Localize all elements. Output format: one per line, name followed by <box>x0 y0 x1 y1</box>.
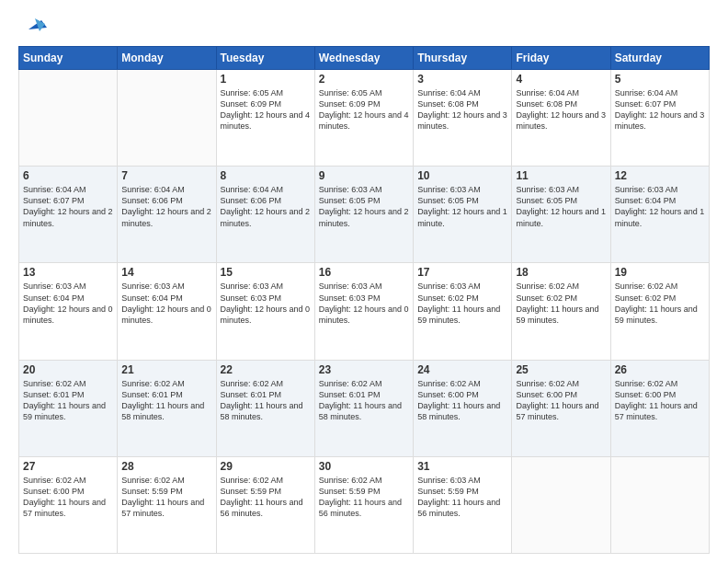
day-number: 12 <box>615 169 705 182</box>
day-number: 14 <box>121 266 211 279</box>
cell-info: Sunrise: 6:05 AM Sunset: 6:09 PM Dayligh… <box>319 87 409 132</box>
cell-info: Sunrise: 6:02 AM Sunset: 6:00 PM Dayligh… <box>615 378 705 423</box>
cell-info: Sunrise: 6:02 AM Sunset: 5:59 PM Dayligh… <box>121 475 211 520</box>
day-number: 15 <box>221 266 311 279</box>
day-number: 1 <box>221 73 311 86</box>
calendar-cell: 2Sunrise: 6:05 AM Sunset: 6:09 PM Daylig… <box>314 70 413 167</box>
calendar-cell: 9Sunrise: 6:03 AM Sunset: 6:05 PM Daylig… <box>314 167 413 263</box>
calendar-day-header: Wednesday <box>314 47 413 70</box>
cell-info: Sunrise: 6:03 AM Sunset: 6:05 PM Dayligh… <box>417 184 507 229</box>
day-number: 4 <box>516 73 606 86</box>
calendar-day-header: Friday <box>512 47 610 70</box>
cell-info: Sunrise: 6:02 AM Sunset: 6:00 PM Dayligh… <box>417 378 507 423</box>
calendar-page: SundayMondayTuesdayWednesdayThursdayFrid… <box>0 0 728 563</box>
calendar-cell <box>610 456 709 553</box>
calendar-cell: 17Sunrise: 6:03 AM Sunset: 6:02 PM Dayli… <box>414 263 512 360</box>
cell-info: Sunrise: 6:02 AM Sunset: 6:01 PM Dayligh… <box>319 378 409 423</box>
calendar-cell: 30Sunrise: 6:02 AM Sunset: 5:59 PM Dayli… <box>314 456 413 553</box>
cell-info: Sunrise: 6:03 AM Sunset: 6:05 PM Dayligh… <box>319 184 409 229</box>
calendar-cell: 31Sunrise: 6:03 AM Sunset: 5:59 PM Dayli… <box>414 456 512 553</box>
cell-info: Sunrise: 6:02 AM Sunset: 6:01 PM Dayligh… <box>23 378 113 423</box>
day-number: 29 <box>221 460 311 473</box>
day-number: 31 <box>417 460 507 473</box>
calendar-cell: 12Sunrise: 6:03 AM Sunset: 6:04 PM Dayli… <box>610 167 709 263</box>
day-number: 8 <box>221 169 311 182</box>
calendar-day-header: Sunday <box>19 47 118 70</box>
cell-info: Sunrise: 6:02 AM Sunset: 6:00 PM Dayligh… <box>516 378 606 423</box>
calendar-week-row: 6Sunrise: 6:04 AM Sunset: 6:07 PM Daylig… <box>19 167 710 263</box>
cell-info: Sunrise: 6:03 AM Sunset: 6:03 PM Dayligh… <box>221 281 311 326</box>
cell-info: Sunrise: 6:02 AM Sunset: 5:59 PM Dayligh… <box>319 475 409 520</box>
calendar-cell: 10Sunrise: 6:03 AM Sunset: 6:05 PM Dayli… <box>414 167 512 263</box>
calendar-cell: 26Sunrise: 6:02 AM Sunset: 6:00 PM Dayli… <box>610 360 709 456</box>
cell-info: Sunrise: 6:03 AM Sunset: 6:04 PM Dayligh… <box>121 281 211 326</box>
day-number: 18 <box>516 266 606 279</box>
calendar-cell <box>118 70 216 167</box>
calendar-header-row: SundayMondayTuesdayWednesdayThursdayFrid… <box>19 47 710 70</box>
calendar-day-header: Thursday <box>414 47 512 70</box>
cell-info: Sunrise: 6:03 AM Sunset: 6:02 PM Dayligh… <box>417 281 507 326</box>
day-number: 10 <box>417 169 507 182</box>
calendar-cell: 6Sunrise: 6:04 AM Sunset: 6:07 PM Daylig… <box>19 167 118 263</box>
day-number: 22 <box>221 363 311 376</box>
day-number: 17 <box>417 266 507 279</box>
cell-info: Sunrise: 6:03 AM Sunset: 6:03 PM Dayligh… <box>319 281 409 326</box>
day-number: 23 <box>319 363 409 376</box>
calendar-cell: 25Sunrise: 6:02 AM Sunset: 6:00 PM Dayli… <box>512 360 610 456</box>
day-number: 9 <box>319 169 409 182</box>
day-number: 5 <box>615 73 705 86</box>
cell-info: Sunrise: 6:03 AM Sunset: 6:05 PM Dayligh… <box>516 184 606 229</box>
day-number: 25 <box>516 363 606 376</box>
day-number: 24 <box>417 363 507 376</box>
calendar-cell: 16Sunrise: 6:03 AM Sunset: 6:03 PM Dayli… <box>314 263 413 360</box>
cell-info: Sunrise: 6:02 AM Sunset: 6:01 PM Dayligh… <box>221 378 311 423</box>
day-number: 7 <box>121 169 211 182</box>
day-number: 13 <box>23 266 113 279</box>
calendar-week-row: 27Sunrise: 6:02 AM Sunset: 6:00 PM Dayli… <box>19 456 710 553</box>
logo <box>18 15 49 39</box>
calendar-week-row: 20Sunrise: 6:02 AM Sunset: 6:01 PM Dayli… <box>19 360 710 456</box>
calendar-cell: 13Sunrise: 6:03 AM Sunset: 6:04 PM Dayli… <box>19 263 118 360</box>
logo-icon <box>21 11 49 39</box>
calendar-cell: 18Sunrise: 6:02 AM Sunset: 6:02 PM Dayli… <box>512 263 610 360</box>
calendar-cell: 28Sunrise: 6:02 AM Sunset: 5:59 PM Dayli… <box>118 456 216 553</box>
calendar-day-header: Saturday <box>610 47 709 70</box>
cell-info: Sunrise: 6:02 AM Sunset: 6:02 PM Dayligh… <box>516 281 606 326</box>
cell-info: Sunrise: 6:04 AM Sunset: 6:07 PM Dayligh… <box>23 184 113 229</box>
calendar-cell: 24Sunrise: 6:02 AM Sunset: 6:00 PM Dayli… <box>414 360 512 456</box>
cell-info: Sunrise: 6:05 AM Sunset: 6:09 PM Dayligh… <box>221 87 311 132</box>
day-number: 3 <box>417 73 507 86</box>
calendar-cell: 1Sunrise: 6:05 AM Sunset: 6:09 PM Daylig… <box>216 70 314 167</box>
calendar-cell: 29Sunrise: 6:02 AM Sunset: 5:59 PM Dayli… <box>216 456 314 553</box>
calendar-week-row: 13Sunrise: 6:03 AM Sunset: 6:04 PM Dayli… <box>19 263 710 360</box>
calendar-cell: 7Sunrise: 6:04 AM Sunset: 6:06 PM Daylig… <box>118 167 216 263</box>
cell-info: Sunrise: 6:02 AM Sunset: 6:02 PM Dayligh… <box>615 281 705 326</box>
calendar-cell: 20Sunrise: 6:02 AM Sunset: 6:01 PM Dayli… <box>19 360 118 456</box>
calendar-cell: 15Sunrise: 6:03 AM Sunset: 6:03 PM Dayli… <box>216 263 314 360</box>
calendar-table: SundayMondayTuesdayWednesdayThursdayFrid… <box>18 46 710 554</box>
day-number: 20 <box>23 363 113 376</box>
cell-info: Sunrise: 6:04 AM Sunset: 6:07 PM Dayligh… <box>615 87 705 132</box>
calendar-cell: 11Sunrise: 6:03 AM Sunset: 6:05 PM Dayli… <box>512 167 610 263</box>
day-number: 19 <box>615 266 705 279</box>
header <box>18 15 710 39</box>
day-number: 27 <box>23 460 113 473</box>
cell-info: Sunrise: 6:02 AM Sunset: 5:59 PM Dayligh… <box>221 475 311 520</box>
calendar-cell: 19Sunrise: 6:02 AM Sunset: 6:02 PM Dayli… <box>610 263 709 360</box>
calendar-cell: 14Sunrise: 6:03 AM Sunset: 6:04 PM Dayli… <box>118 263 216 360</box>
calendar-cell: 23Sunrise: 6:02 AM Sunset: 6:01 PM Dayli… <box>314 360 413 456</box>
calendar-cell: 3Sunrise: 6:04 AM Sunset: 6:08 PM Daylig… <box>414 70 512 167</box>
calendar-day-header: Monday <box>118 47 216 70</box>
day-number: 16 <box>319 266 409 279</box>
calendar-week-row: 1Sunrise: 6:05 AM Sunset: 6:09 PM Daylig… <box>19 70 710 167</box>
calendar-day-header: Tuesday <box>216 47 314 70</box>
cell-info: Sunrise: 6:04 AM Sunset: 6:08 PM Dayligh… <box>516 87 606 132</box>
calendar-cell: 4Sunrise: 6:04 AM Sunset: 6:08 PM Daylig… <box>512 70 610 167</box>
cell-info: Sunrise: 6:04 AM Sunset: 6:06 PM Dayligh… <box>221 184 311 229</box>
day-number: 6 <box>23 169 113 182</box>
calendar-cell <box>19 70 118 167</box>
calendar-cell: 21Sunrise: 6:02 AM Sunset: 6:01 PM Dayli… <box>118 360 216 456</box>
day-number: 26 <box>615 363 705 376</box>
calendar-cell: 8Sunrise: 6:04 AM Sunset: 6:06 PM Daylig… <box>216 167 314 263</box>
day-number: 28 <box>121 460 211 473</box>
